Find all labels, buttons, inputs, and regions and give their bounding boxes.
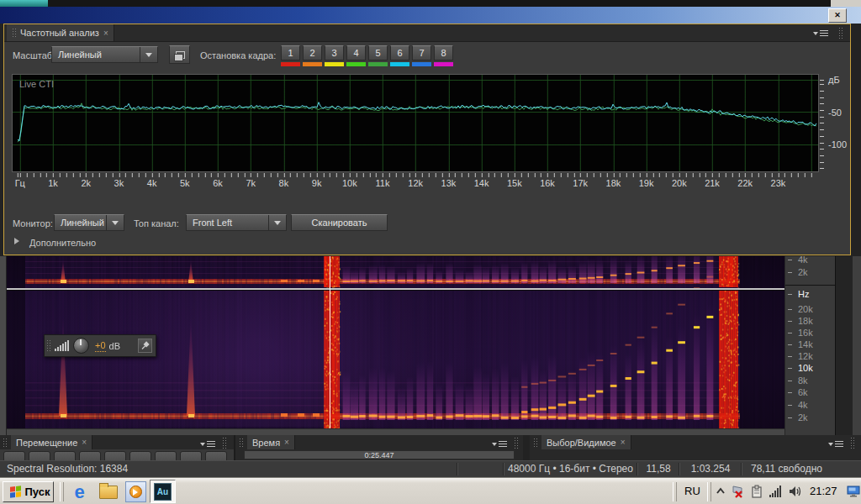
tab-close-icon[interactable]: × xyxy=(103,29,108,38)
top-channel-dropdown[interactable]: Front Left xyxy=(186,214,287,231)
stop-frame-3: 3 xyxy=(325,45,344,66)
x-tick-label: 14k xyxy=(474,178,489,188)
status-divider xyxy=(457,463,458,475)
tab-close-icon[interactable]: × xyxy=(284,438,289,447)
transport-button[interactable] xyxy=(54,451,76,460)
frame-button-5[interactable]: 5 xyxy=(368,45,388,60)
panel-menu-icon[interactable] xyxy=(828,439,843,449)
frequency-graph[interactable]: Live CTI xyxy=(13,75,818,171)
panel-drag-grip-icon[interactable] xyxy=(514,437,519,449)
frame-button-3[interactable]: 3 xyxy=(325,45,344,60)
overlay-drag-grip-icon[interactable] xyxy=(46,339,52,353)
tray-handle[interactable] xyxy=(673,482,677,501)
scale-tick xyxy=(788,381,792,381)
signal-bars-icon[interactable] xyxy=(769,485,782,498)
volume-knob[interactable] xyxy=(73,338,89,354)
frame-button-2[interactable]: 2 xyxy=(303,45,322,60)
scale-label: 18k xyxy=(798,316,813,326)
internet-explorer-icon[interactable]: e xyxy=(69,481,90,502)
freq-panel-tabstrip: Частотный анализ × xyxy=(4,24,850,42)
speaker-icon[interactable] xyxy=(789,485,802,498)
transport-button[interactable] xyxy=(104,451,126,460)
x-tick-label: 8k xyxy=(279,178,289,188)
x-axis-ticks xyxy=(13,173,813,177)
transport-button[interactable] xyxy=(29,451,50,460)
scan-button[interactable]: Сканировать xyxy=(291,214,388,231)
quick-launch-handle[interactable] xyxy=(60,482,64,501)
tab-grip-icon[interactable] xyxy=(12,28,16,38)
tab-close-icon[interactable]: × xyxy=(82,438,87,447)
frame-button-1[interactable]: 1 xyxy=(281,45,300,60)
tab-grip-icon[interactable] xyxy=(239,438,243,448)
clock[interactable]: 21:27 xyxy=(810,478,837,504)
hide-icons-chevron[interactable] xyxy=(714,485,727,498)
tab-grip-icon[interactable] xyxy=(3,438,7,448)
panel-menu-icon[interactable] xyxy=(200,439,215,449)
tab-grip-icon[interactable] xyxy=(533,438,537,448)
transport-button[interactable] xyxy=(155,451,177,460)
tab-close-icon[interactable]: × xyxy=(621,438,626,447)
chevron-down-icon xyxy=(106,215,124,230)
stop-frame-buttons: 12345678 xyxy=(281,45,456,66)
no-connection-icon[interactable] xyxy=(731,485,744,498)
spectral-right-edge xyxy=(853,256,861,435)
transport-button[interactable] xyxy=(129,451,151,460)
transport-button[interactable] xyxy=(3,451,25,460)
screen: ✕ Частотный анализ × Масштаб: Линейный О… xyxy=(0,0,861,504)
show-desktop-icon[interactable] xyxy=(845,478,861,504)
frame-button-4[interactable]: 4 xyxy=(346,45,366,60)
stop-frame-4: 4 xyxy=(346,45,366,66)
x-tick-label: 11k xyxy=(376,178,390,188)
tab-move[interactable]: Перемещение × xyxy=(11,435,92,449)
y-tick-minus50: -50 xyxy=(828,108,842,118)
spectral-resolution-status: Spectral Resolution: 16384 xyxy=(7,461,128,477)
scale-label: 2k xyxy=(798,412,808,423)
scale-label: 20k xyxy=(798,304,813,314)
advanced-expand-icon[interactable] xyxy=(14,238,23,244)
audition-taskbar-button[interactable]: Au xyxy=(150,480,176,503)
stop-frame-1: 1 xyxy=(281,45,300,66)
scale-label: 8k xyxy=(798,375,808,386)
tab-frequency-analysis[interactable]: Частотный анализ × xyxy=(7,24,114,41)
spectral-frequency-scale[interactable]: 4k2kHz20k18k16k14k12k10k8k6k4k2k xyxy=(784,256,835,435)
audio-format-status: 48000 Гц • 16-бит • Стерео xyxy=(504,461,637,477)
x-tick-label: 21k xyxy=(705,178,720,188)
scale-dropdown[interactable]: Линейный xyxy=(51,46,158,63)
window-close-button[interactable]: ✕ xyxy=(828,8,847,23)
panel-divider xyxy=(523,435,530,460)
language-indicator[interactable]: RU xyxy=(684,478,700,504)
x-tick-label: 1k xyxy=(48,178,58,188)
tab-label: Время xyxy=(252,438,280,448)
transport-button[interactable] xyxy=(205,451,227,460)
frame-button-7[interactable]: 7 xyxy=(412,45,431,60)
transport-button[interactable] xyxy=(180,451,202,460)
panel-menu-icon[interactable] xyxy=(492,439,507,449)
scale-label: 14k xyxy=(798,339,813,349)
folder-icon[interactable] xyxy=(98,481,119,502)
panel-menu-icon[interactable] xyxy=(813,29,828,38)
vertical-zoom-scrollbar[interactable] xyxy=(835,256,853,435)
snapshot-button[interactable] xyxy=(169,45,190,64)
frame-color-strip xyxy=(325,62,344,66)
scale-label-upper: 4k xyxy=(798,255,808,265)
transport-button[interactable] xyxy=(79,451,101,460)
panel-drag-grip-icon[interactable] xyxy=(222,437,227,449)
chevron-down-icon xyxy=(268,215,286,230)
tab-selection-view[interactable]: Выбор/Видимое × xyxy=(541,435,631,449)
start-button[interactable]: Пуск xyxy=(3,481,54,502)
monitor-dropdown[interactable]: Линейный xyxy=(54,214,124,231)
panel-drag-grip-icon[interactable] xyxy=(838,27,843,39)
panel-drag-grip-icon[interactable] xyxy=(850,437,855,449)
media-player-icon[interactable] xyxy=(125,481,146,502)
x-tick-label: 22k xyxy=(737,178,753,188)
advanced-label[interactable]: Дополнительно xyxy=(29,238,96,248)
audition-icon: Au xyxy=(154,483,172,501)
clipboard-icon[interactable] xyxy=(750,485,763,498)
frame-button-8[interactable]: 8 xyxy=(434,45,453,60)
tab-time[interactable]: Время × xyxy=(247,435,295,449)
pin-button[interactable] xyxy=(138,339,152,353)
frame-button-6[interactable]: 6 xyxy=(390,45,409,60)
volume-value[interactable]: +0 xyxy=(95,340,106,352)
time-display[interactable]: 0:25.447 xyxy=(244,450,515,459)
db-unit-label: дБ xyxy=(828,75,840,85)
